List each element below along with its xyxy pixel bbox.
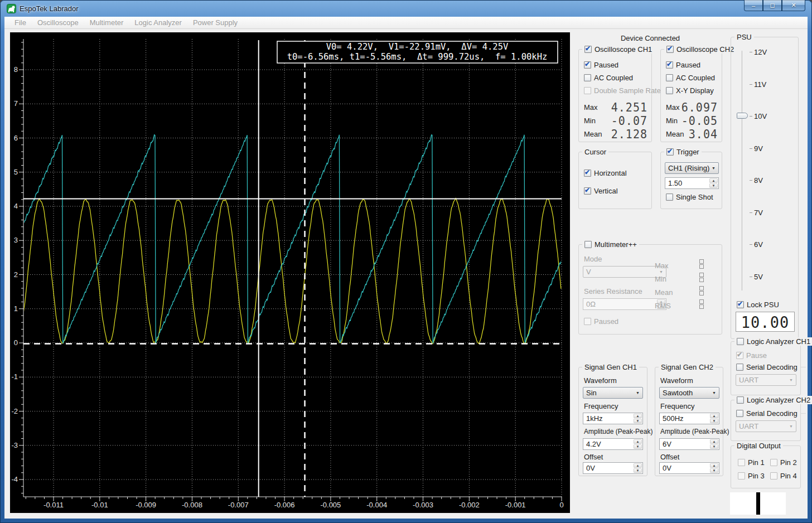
spinner-buttons[interactable]: ▲▼ <box>634 463 642 473</box>
ch2-xy-display-checkbox[interactable]: X-Y Display <box>666 86 714 95</box>
psu-tick-9v: 9V <box>754 144 763 153</box>
psu-slider-track[interactable] <box>742 51 743 290</box>
menu-item-power-supply[interactable]: Power Supply <box>187 17 243 28</box>
ch2-max-label: Max <box>666 103 680 112</box>
spin-down-icon: ▼ <box>634 468 642 473</box>
checkbox-icon <box>584 318 591 325</box>
checkbox-icon <box>770 459 777 466</box>
lock-psu-checkbox[interactable]: Lock PSU <box>737 301 779 309</box>
oscilloscope-ch1-toggle[interactable]: Oscilloscope CH1 <box>584 45 652 54</box>
checkbox-icon <box>736 364 743 371</box>
offset-label: Offset <box>584 453 603 461</box>
la2-serial-decoding-checkbox[interactable]: Serial Decoding <box>736 409 798 418</box>
menu-item-oscilloscope[interactable]: Oscilloscope <box>32 17 84 28</box>
ch1-ac-coupled-checkbox[interactable]: AC Coupled <box>584 74 633 82</box>
frequency-label: Frequency <box>584 402 618 410</box>
svg-text:4: 4 <box>14 202 18 210</box>
chevron-down-icon: ▼ <box>789 424 793 429</box>
trigger-toggle[interactable]: Trigger <box>666 148 699 156</box>
minimize-button[interactable]: – <box>744 0 763 11</box>
cursor-horizontal-checkbox[interactable]: Horizontal <box>584 169 627 177</box>
psu-tick-5v: 5V <box>754 273 763 281</box>
menu-item-multimeter[interactable]: Multimeter <box>84 17 129 28</box>
device-status: Device Connected <box>574 34 726 42</box>
mm-rms-label: RMS <box>655 302 671 310</box>
checkbox-icon <box>666 148 674 156</box>
psu-group: PSU 12V 11V 10V 9V 8V 7V 6V 5V Lock PSU … <box>731 37 799 339</box>
psu-panel: PSU 12V 11V 10V 9V 8V 7V 6V 5V Lock PSU … <box>729 29 808 519</box>
checkbox-icon <box>584 74 591 81</box>
app-window: EspoTek Labrador – ◻ ✕ File Oscilloscope… <box>0 0 812 523</box>
lcd-blank-digit <box>699 259 704 269</box>
trigger-type-select[interactable]: CH1 (Rising) ▼ <box>665 162 719 174</box>
titlebar[interactable]: EspoTek Labrador – ◻ ✕ <box>0 0 812 17</box>
main-content: -0.011-0.01-0.009-0.008-0.007-0.006-0.00… <box>4 29 808 519</box>
svg-text:2: 2 <box>14 270 18 279</box>
oscilloscope-plot[interactable]: -0.011-0.01-0.009-0.008-0.007-0.006-0.00… <box>10 32 570 513</box>
svg-text:-0.006: -0.006 <box>274 501 295 509</box>
logic-analyzer-ch2-toggle[interactable]: Logic Analyzer CH2 <box>737 396 810 404</box>
spinner-buttons[interactable]: ▲▼ <box>709 178 718 188</box>
sg1-offset-input[interactable]: 0V ▲▼ <box>583 462 643 474</box>
amplitude-label: Amplitude (Peak-Peak) <box>584 428 652 435</box>
maximize-button[interactable]: ◻ <box>763 0 782 11</box>
ch1-paused-checkbox[interactable]: Paused <box>584 61 618 69</box>
chevron-down-icon: ▼ <box>789 378 793 382</box>
artifact-box <box>730 492 786 515</box>
la1-serial-decoding-checkbox[interactable]: Serial Decoding <box>736 363 798 371</box>
psu-slider-handle[interactable] <box>737 113 748 119</box>
multimeter-toggle[interactable]: Multimeter++ <box>584 240 637 249</box>
psu-tick-11v: 11V <box>754 80 766 89</box>
sg2-frequency-input[interactable]: 500Hz ▲▼ <box>659 413 719 424</box>
logic-analyzer-ch2-group: Logic Analyzer CH2 Serial Decoding UART … <box>731 400 801 441</box>
signal-gen-ch2-group: Signal Gen CH2 Waveform Sawtooth ▼ Frequ… <box>655 367 723 476</box>
sg2-waveform-select[interactable]: Sawtooth ▼ <box>659 387 719 399</box>
spinner-buttons[interactable]: ▲▼ <box>710 414 718 423</box>
menu-item-logic-analyzer[interactable]: Logic Analyzer <box>129 17 187 28</box>
sg2-offset-input[interactable]: 0V ▲▼ <box>659 462 719 474</box>
close-button[interactable]: ✕ <box>782 0 805 11</box>
ch1-max-label: Max <box>584 103 598 112</box>
artifact-cursor-bar <box>756 492 760 515</box>
pin2-checkbox: Pin 2 <box>770 458 797 467</box>
ch1-min-label: Min <box>584 117 596 125</box>
checkbox-icon <box>584 61 591 69</box>
chevron-down-icon: ▼ <box>712 391 716 395</box>
psu-tick-8v: 8V <box>754 176 763 185</box>
digital-output-group: Digital Output Pin 1 Pin 2 Pin 3 Pin 4 <box>731 445 801 488</box>
la2-protocol-select: UART ▼ <box>736 420 796 432</box>
svg-text:-0.004: -0.004 <box>366 501 387 509</box>
sg1-frequency-input[interactable]: 1kHz ▲▼ <box>583 413 643 424</box>
svg-text:t0=-6.56ms, t1=-5.56ms, Δt= 9: t0=-6.56ms, t1=-5.56ms, Δt= 999.72us, f=… <box>287 52 548 62</box>
checkbox-icon <box>666 193 673 201</box>
ch2-max-value: 6.097 <box>682 100 718 114</box>
spin-down-icon: ▼ <box>710 419 718 423</box>
mode-label: Mode <box>584 255 602 263</box>
logic-analyzer-ch1-toggle[interactable]: Logic Analyzer CH1 <box>737 337 810 346</box>
checkbox-icon <box>666 61 673 69</box>
spin-down-icon: ▼ <box>710 444 718 449</box>
svg-text:-0.002: -0.002 <box>459 501 480 509</box>
sg2-amplitude-input[interactable]: 6V ▲▼ <box>659 438 719 450</box>
oscilloscope-ch2-toggle[interactable]: Oscilloscope CH2 <box>666 45 734 54</box>
ch2-paused-checkbox[interactable]: Paused <box>666 61 700 69</box>
trigger-level-input[interactable]: 1.50 ▲▼ <box>665 177 719 189</box>
spinner-buttons[interactable]: ▲▼ <box>634 414 642 423</box>
chevron-down-icon: ▼ <box>659 270 663 274</box>
menu-item-file[interactable]: File <box>9 17 32 28</box>
svg-text:6: 6 <box>14 134 18 142</box>
spinner-buttons[interactable]: ▲▼ <box>710 439 718 449</box>
spinner-buttons[interactable]: ▲▼ <box>634 439 642 449</box>
pin3-checkbox: Pin 3 <box>738 472 765 480</box>
cursor-vertical-checkbox[interactable]: Vertical <box>584 187 618 195</box>
single-shot-checkbox[interactable]: Single Shot <box>666 193 713 201</box>
ch2-ac-coupled-checkbox[interactable]: AC Coupled <box>666 74 715 82</box>
window-title: EspoTek Labrador <box>20 4 79 13</box>
spinner-buttons[interactable]: ▲▼ <box>710 463 718 473</box>
signal-gen-ch1-group: Signal Gen CH1 Waveform Sin ▼ Frequency … <box>578 367 647 476</box>
sg1-amplitude-input[interactable]: 4.2V ▲▼ <box>583 438 643 450</box>
sg1-waveform-select[interactable]: Sin ▼ <box>583 387 643 399</box>
ch2-min-value: -0.05 <box>682 113 718 128</box>
ch2-min-label: Min <box>666 117 678 125</box>
svg-text:5: 5 <box>14 168 18 176</box>
